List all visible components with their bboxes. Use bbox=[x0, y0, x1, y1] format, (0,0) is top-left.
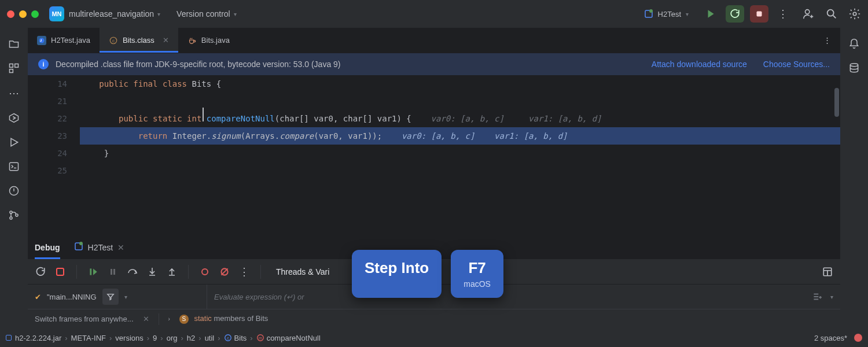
svg-point-12 bbox=[10, 211, 12, 213]
banner-text: Decompiled .class file from JDK-9-specif… bbox=[56, 60, 341, 69]
evaluate-expression-input[interactable]: Evaluate expression (↵) or bbox=[207, 293, 812, 301]
thread-label: "main...NNING bbox=[47, 293, 97, 301]
svg-rect-2 bbox=[757, 12, 762, 17]
debug-tool-tab[interactable]: Debug bbox=[35, 235, 60, 259]
svg-point-4 bbox=[827, 10, 834, 16]
view-breakpoints-icon[interactable] bbox=[199, 266, 211, 278]
project-name-dropdown[interactable]: multirelease_navigation bbox=[69, 9, 154, 19]
action-card: Step Into bbox=[352, 250, 442, 298]
info-icon: i bbox=[38, 59, 49, 69]
close-window-icon[interactable] bbox=[7, 10, 14, 18]
code-area[interactable]: public final class Bits { public static … bbox=[80, 75, 840, 235]
pause-icon[interactable] bbox=[107, 266, 119, 278]
vcs-tool-icon[interactable] bbox=[8, 209, 20, 221]
tab-label: Bits.class bbox=[123, 36, 155, 45]
svg-point-14 bbox=[16, 214, 18, 216]
class-icon: c bbox=[224, 334, 232, 342]
step-over-icon[interactable] bbox=[127, 266, 138, 278]
notifications-icon[interactable] bbox=[848, 38, 860, 50]
stop-button[interactable] bbox=[750, 5, 768, 23]
svg-rect-7 bbox=[15, 64, 19, 68]
expand-node-icon[interactable]: › bbox=[168, 316, 170, 322]
java-file-icon bbox=[37, 36, 46, 45]
chevron-down-icon[interactable]: ▾ bbox=[830, 294, 833, 300]
editor[interactable]: 14 21 22 23 24 25 public final class Bit… bbox=[28, 75, 840, 235]
problems-tool-icon[interactable] bbox=[8, 185, 20, 197]
svg-point-13 bbox=[10, 217, 12, 219]
structure-tool-icon[interactable] bbox=[8, 62, 20, 74]
static-badge-icon: S bbox=[179, 315, 189, 324]
indent-widget[interactable]: 2 spaces* bbox=[814, 334, 847, 342]
stop-debug-icon[interactable] bbox=[54, 266, 66, 278]
debug-session-tab[interactable]: H2Test ✕ bbox=[74, 235, 125, 259]
breadcrumb-item[interactable]: org bbox=[167, 334, 178, 342]
class-file-icon: c bbox=[109, 36, 118, 45]
debug-rerun-button[interactable] bbox=[726, 5, 744, 23]
thread-selector[interactable]: ✔ "main...NNING ▾ bbox=[28, 285, 207, 309]
search-icon[interactable] bbox=[825, 8, 838, 20]
more-actions-icon[interactable]: ⋮ bbox=[778, 8, 788, 20]
terminal-tool-icon[interactable] bbox=[8, 161, 20, 172]
add-watch-icon[interactable] bbox=[812, 291, 822, 302]
mute-breakpoints-icon[interactable] bbox=[219, 266, 230, 278]
tab-h2test-java[interactable]: H2Test.java bbox=[28, 28, 100, 53]
svg-rect-23 bbox=[113, 269, 115, 275]
breadcrumb-item[interactable]: versions bbox=[115, 334, 143, 342]
close-tab-icon[interactable]: ✕ bbox=[163, 36, 169, 45]
run-tool-icon[interactable] bbox=[8, 136, 20, 148]
chevron-down-icon[interactable]: ▾ bbox=[124, 294, 127, 300]
threads-variables-label: Threads & Vari bbox=[276, 267, 329, 276]
step-out-icon[interactable] bbox=[166, 266, 178, 278]
method-icon: m bbox=[256, 334, 264, 342]
line-gutter: 14 21 22 23 24 25 bbox=[28, 75, 80, 235]
version-control-dropdown[interactable]: Version control ▾ bbox=[176, 9, 237, 19]
run-configuration-dropdown[interactable]: H2Test ▾ bbox=[638, 7, 694, 21]
text-caret-icon bbox=[203, 108, 204, 121]
scrollbar-thumb[interactable] bbox=[834, 88, 839, 117]
choose-sources-link[interactable]: Choose Sources... bbox=[763, 60, 830, 69]
add-user-icon[interactable] bbox=[802, 8, 815, 20]
action-name: Step Into bbox=[365, 259, 429, 277]
close-hint-icon[interactable]: ✕ bbox=[143, 315, 149, 323]
breadcrumb-item[interactable]: util bbox=[205, 334, 215, 342]
shortcut-key: F7 bbox=[468, 259, 486, 277]
settings-icon[interactable] bbox=[848, 8, 861, 20]
debug-more-icon[interactable]: ⋮ bbox=[238, 266, 250, 278]
svg-point-15 bbox=[850, 64, 858, 67]
svg-point-5 bbox=[853, 12, 856, 16]
services-tool-icon[interactable] bbox=[8, 112, 20, 124]
error-indicator-icon[interactable] bbox=[854, 334, 862, 342]
tab-bits-java[interactable]: Bits.java bbox=[178, 28, 239, 53]
svg-marker-9 bbox=[10, 114, 19, 123]
breadcrumb-item[interactable]: Bits bbox=[234, 334, 247, 342]
more-tools-icon[interactable]: ⋯ bbox=[9, 87, 19, 99]
svg-rect-22 bbox=[111, 269, 112, 275]
database-icon[interactable] bbox=[848, 62, 860, 74]
breadcrumb-item[interactable]: compareNotNull bbox=[267, 334, 321, 342]
frames-filter-icon[interactable] bbox=[102, 289, 119, 305]
svg-point-20 bbox=[79, 242, 83, 245]
project-tool-icon[interactable] bbox=[8, 38, 20, 50]
tabs-more-icon[interactable]: ⋮ bbox=[814, 36, 840, 45]
tab-bits-class[interactable]: c Bits.class ✕ bbox=[100, 28, 178, 53]
debug-hint-row: Switch frames from anywhe... ✕ › S stati… bbox=[28, 309, 840, 328]
status-bar: h2-2.2.224.jar› META-INF› versions› 9› o… bbox=[0, 328, 868, 347]
step-into-icon[interactable] bbox=[146, 266, 158, 278]
svg-point-16 bbox=[39, 38, 45, 43]
svg-rect-6 bbox=[10, 64, 13, 68]
breadcrumb-item[interactable]: META-INF bbox=[71, 334, 106, 342]
layout-settings-icon[interactable] bbox=[822, 266, 833, 278]
breadcrumb-item[interactable]: h2 bbox=[187, 334, 195, 342]
rerun-icon[interactable] bbox=[35, 266, 46, 278]
minimize-window-icon[interactable] bbox=[19, 10, 27, 18]
resume-icon[interactable] bbox=[87, 266, 99, 278]
variables-node[interactable]: S static members of Bits bbox=[179, 314, 269, 324]
right-tool-strip bbox=[840, 28, 868, 328]
breadcrumb-item[interactable]: 9 bbox=[153, 334, 157, 342]
attach-source-link[interactable]: Attach downloaded source bbox=[652, 60, 747, 69]
zoom-window-icon[interactable] bbox=[31, 10, 39, 18]
run-config-icon bbox=[74, 242, 83, 253]
close-session-icon[interactable]: ✕ bbox=[117, 243, 124, 252]
breadcrumb-item[interactable]: h2-2.2.224.jar bbox=[15, 334, 61, 342]
run-button[interactable] bbox=[701, 5, 720, 23]
